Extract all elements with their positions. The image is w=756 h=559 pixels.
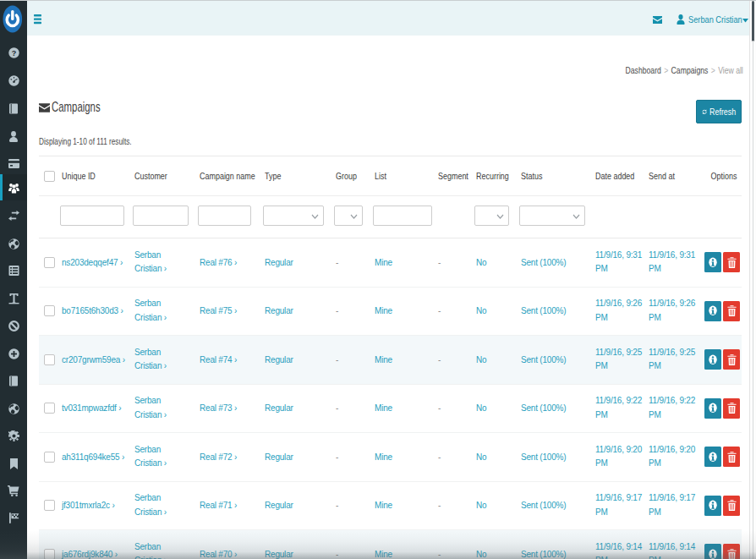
svg-text:?: ? [11, 48, 16, 57]
